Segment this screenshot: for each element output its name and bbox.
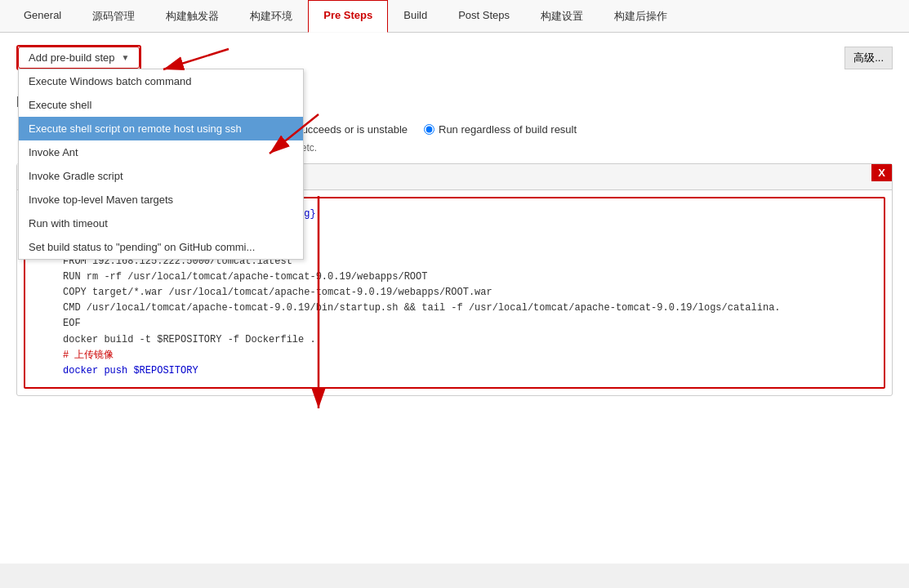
tab-pre-steps[interactable]: Pre Steps xyxy=(308,0,388,33)
tab-post-build[interactable]: 构建后操作 xyxy=(599,0,683,33)
code-line-5: RUN rm -rf /usr/local/tomcat/apache-tomc… xyxy=(63,271,427,283)
dropdown-menu: Execute Windows batch command Execute sh… xyxy=(18,69,304,260)
code-line-9: docker build -t $REPOSITORY -f Dockerfil… xyxy=(63,334,316,345)
advanced-area: 高级... xyxy=(16,47,893,69)
add-pre-build-step-button[interactable]: Add pre-build step ▼ xyxy=(18,47,140,69)
main-content: Add pre-build step ▼ Execute Windows bat… xyxy=(0,33,909,564)
menu-item-invoke-ant[interactable]: Invoke Ant xyxy=(19,140,303,164)
radio-regardless[interactable]: Run regardless of build result xyxy=(424,123,577,136)
menu-item-gradle[interactable]: Invoke Gradle script xyxy=(19,164,303,188)
radio-regardless-label: Run regardless of build result xyxy=(439,123,577,136)
tab-build[interactable]: Build xyxy=(388,0,443,33)
menu-item-github-status[interactable]: Set build status to "pending" on GitHub … xyxy=(19,235,303,259)
menu-item-execute-shell[interactable]: Execute shell xyxy=(19,93,303,117)
advanced-button[interactable]: 高级... xyxy=(844,47,893,69)
tab-build-env[interactable]: 构建环境 xyxy=(234,0,308,33)
add-step-area: Add pre-build step ▼ Execute Windows bat… xyxy=(16,45,141,70)
menu-item-timeout[interactable]: Run with timeout xyxy=(19,212,303,235)
code-line-10: # 上传镜像 xyxy=(63,350,114,361)
code-line-7: CMD /usr/local/tomcat/apache-tomcat-9.0.… xyxy=(63,302,781,314)
top-nav: General 源码管理 构建触发器 构建环境 Pre Steps Build … xyxy=(0,0,909,33)
add-step-label: Add pre-build step xyxy=(29,51,115,64)
code-line-6: COPY target/*.war /usr/local/tomcat/apac… xyxy=(63,287,492,298)
menu-item-windows-batch[interactable]: Execute Windows batch command xyxy=(19,69,303,93)
delete-button[interactable]: X xyxy=(871,164,892,181)
code-line-8: EOF xyxy=(63,318,81,329)
tab-build-settings[interactable]: 构建设置 xyxy=(525,0,599,33)
dropdown-arrow-icon: ▼ xyxy=(122,53,130,62)
menu-item-maven[interactable]: Invoke top-level Maven targets xyxy=(19,188,303,212)
tab-trigger[interactable]: 构建触发器 xyxy=(150,0,234,33)
menu-item-ssh-shell[interactable]: Execute shell script on remote host usin… xyxy=(19,117,303,140)
tab-post-steps[interactable]: Post Steps xyxy=(443,0,525,33)
tab-general[interactable]: General xyxy=(8,0,77,33)
code-line-11: docker push $REPOSITORY xyxy=(63,365,198,376)
tab-source[interactable]: 源码管理 xyxy=(77,0,150,33)
